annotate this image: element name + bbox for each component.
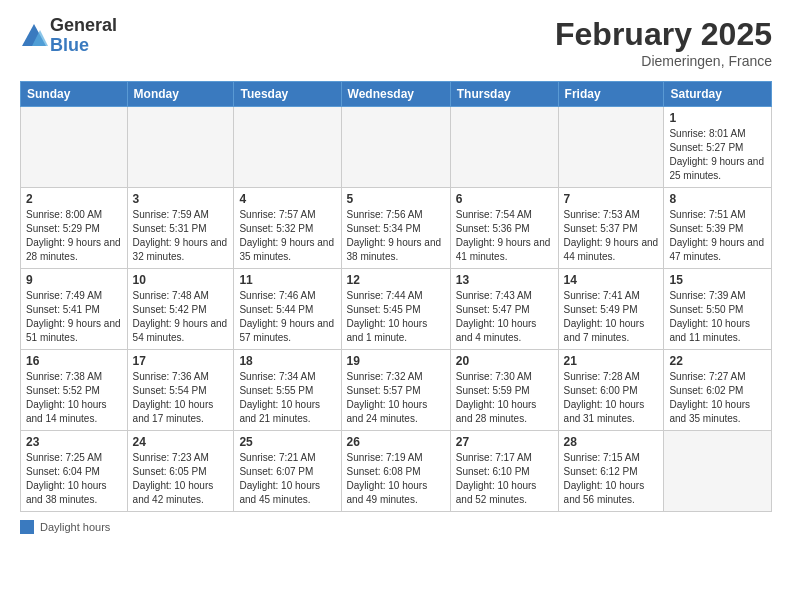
day-number: 7 — [564, 192, 659, 206]
header-thursday: Thursday — [450, 82, 558, 107]
day-info: Sunrise: 7:41 AM Sunset: 5:49 PM Dayligh… — [564, 289, 659, 345]
table-row: 2Sunrise: 8:00 AM Sunset: 5:29 PM Daylig… — [21, 188, 128, 269]
table-row: 17Sunrise: 7:36 AM Sunset: 5:54 PM Dayli… — [127, 350, 234, 431]
header-monday: Monday — [127, 82, 234, 107]
day-number: 27 — [456, 435, 553, 449]
day-number: 5 — [347, 192, 445, 206]
day-info: Sunrise: 7:15 AM Sunset: 6:12 PM Dayligh… — [564, 451, 659, 507]
day-info: Sunrise: 7:34 AM Sunset: 5:55 PM Dayligh… — [239, 370, 335, 426]
table-row: 13Sunrise: 7:43 AM Sunset: 5:47 PM Dayli… — [450, 269, 558, 350]
day-number: 26 — [347, 435, 445, 449]
table-row — [21, 107, 128, 188]
table-row — [558, 107, 664, 188]
calendar-week-row: 9Sunrise: 7:49 AM Sunset: 5:41 PM Daylig… — [21, 269, 772, 350]
table-row: 5Sunrise: 7:56 AM Sunset: 5:34 PM Daylig… — [341, 188, 450, 269]
table-row: 24Sunrise: 7:23 AM Sunset: 6:05 PM Dayli… — [127, 431, 234, 512]
day-number: 15 — [669, 273, 766, 287]
table-row: 15Sunrise: 7:39 AM Sunset: 5:50 PM Dayli… — [664, 269, 772, 350]
day-number: 1 — [669, 111, 766, 125]
day-number: 25 — [239, 435, 335, 449]
legend-color-box — [20, 520, 34, 534]
day-info: Sunrise: 7:44 AM Sunset: 5:45 PM Dayligh… — [347, 289, 445, 345]
day-number: 10 — [133, 273, 229, 287]
day-info: Sunrise: 7:43 AM Sunset: 5:47 PM Dayligh… — [456, 289, 553, 345]
day-number: 20 — [456, 354, 553, 368]
table-row: 18Sunrise: 7:34 AM Sunset: 5:55 PM Dayli… — [234, 350, 341, 431]
day-info: Sunrise: 7:30 AM Sunset: 5:59 PM Dayligh… — [456, 370, 553, 426]
table-row: 28Sunrise: 7:15 AM Sunset: 6:12 PM Dayli… — [558, 431, 664, 512]
day-number: 4 — [239, 192, 335, 206]
table-row — [341, 107, 450, 188]
calendar-week-row: 23Sunrise: 7:25 AM Sunset: 6:04 PM Dayli… — [21, 431, 772, 512]
table-row: 7Sunrise: 7:53 AM Sunset: 5:37 PM Daylig… — [558, 188, 664, 269]
header-saturday: Saturday — [664, 82, 772, 107]
table-row: 14Sunrise: 7:41 AM Sunset: 5:49 PM Dayli… — [558, 269, 664, 350]
header-sunday: Sunday — [21, 82, 128, 107]
day-number: 22 — [669, 354, 766, 368]
table-row: 20Sunrise: 7:30 AM Sunset: 5:59 PM Dayli… — [450, 350, 558, 431]
table-row: 1Sunrise: 8:01 AM Sunset: 5:27 PM Daylig… — [664, 107, 772, 188]
header-tuesday: Tuesday — [234, 82, 341, 107]
day-info: Sunrise: 7:32 AM Sunset: 5:57 PM Dayligh… — [347, 370, 445, 426]
day-info: Sunrise: 7:23 AM Sunset: 6:05 PM Dayligh… — [133, 451, 229, 507]
day-number: 28 — [564, 435, 659, 449]
day-info: Sunrise: 8:00 AM Sunset: 5:29 PM Dayligh… — [26, 208, 122, 264]
day-number: 17 — [133, 354, 229, 368]
day-number: 24 — [133, 435, 229, 449]
day-number: 16 — [26, 354, 122, 368]
day-info: Sunrise: 7:39 AM Sunset: 5:50 PM Dayligh… — [669, 289, 766, 345]
table-row: 16Sunrise: 7:38 AM Sunset: 5:52 PM Dayli… — [21, 350, 128, 431]
logo-blue-text: Blue — [50, 36, 117, 56]
day-number: 12 — [347, 273, 445, 287]
calendar-week-row: 2Sunrise: 8:00 AM Sunset: 5:29 PM Daylig… — [21, 188, 772, 269]
header-wednesday: Wednesday — [341, 82, 450, 107]
logo-general-text: General — [50, 16, 117, 36]
table-row: 10Sunrise: 7:48 AM Sunset: 5:42 PM Dayli… — [127, 269, 234, 350]
header: General Blue February 2025 Diemeringen, … — [20, 16, 772, 69]
legend-label: Daylight hours — [40, 521, 110, 533]
calendar-table: Sunday Monday Tuesday Wednesday Thursday… — [20, 81, 772, 512]
table-row — [450, 107, 558, 188]
page: General Blue February 2025 Diemeringen, … — [0, 0, 792, 612]
day-info: Sunrise: 7:21 AM Sunset: 6:07 PM Dayligh… — [239, 451, 335, 507]
day-info: Sunrise: 7:54 AM Sunset: 5:36 PM Dayligh… — [456, 208, 553, 264]
day-number: 2 — [26, 192, 122, 206]
day-info: Sunrise: 7:38 AM Sunset: 5:52 PM Dayligh… — [26, 370, 122, 426]
table-row: 25Sunrise: 7:21 AM Sunset: 6:07 PM Dayli… — [234, 431, 341, 512]
day-info: Sunrise: 7:57 AM Sunset: 5:32 PM Dayligh… — [239, 208, 335, 264]
day-info: Sunrise: 7:59 AM Sunset: 5:31 PM Dayligh… — [133, 208, 229, 264]
table-row — [127, 107, 234, 188]
table-row: 22Sunrise: 7:27 AM Sunset: 6:02 PM Dayli… — [664, 350, 772, 431]
calendar-header-row: Sunday Monday Tuesday Wednesday Thursday… — [21, 82, 772, 107]
table-row: 27Sunrise: 7:17 AM Sunset: 6:10 PM Dayli… — [450, 431, 558, 512]
table-row: 23Sunrise: 7:25 AM Sunset: 6:04 PM Dayli… — [21, 431, 128, 512]
calendar-title: February 2025 — [555, 16, 772, 53]
day-info: Sunrise: 7:48 AM Sunset: 5:42 PM Dayligh… — [133, 289, 229, 345]
day-info: Sunrise: 7:49 AM Sunset: 5:41 PM Dayligh… — [26, 289, 122, 345]
table-row: 26Sunrise: 7:19 AM Sunset: 6:08 PM Dayli… — [341, 431, 450, 512]
calendar-week-row: 1Sunrise: 8:01 AM Sunset: 5:27 PM Daylig… — [21, 107, 772, 188]
legend: Daylight hours — [20, 520, 772, 534]
table-row: 21Sunrise: 7:28 AM Sunset: 6:00 PM Dayli… — [558, 350, 664, 431]
table-row: 3Sunrise: 7:59 AM Sunset: 5:31 PM Daylig… — [127, 188, 234, 269]
day-number: 23 — [26, 435, 122, 449]
day-number: 9 — [26, 273, 122, 287]
table-row — [234, 107, 341, 188]
calendar-subtitle: Diemeringen, France — [555, 53, 772, 69]
day-number: 8 — [669, 192, 766, 206]
day-number: 6 — [456, 192, 553, 206]
header-friday: Friday — [558, 82, 664, 107]
day-number: 19 — [347, 354, 445, 368]
logo-icon — [20, 22, 48, 50]
table-row: 12Sunrise: 7:44 AM Sunset: 5:45 PM Dayli… — [341, 269, 450, 350]
table-row: 9Sunrise: 7:49 AM Sunset: 5:41 PM Daylig… — [21, 269, 128, 350]
day-info: Sunrise: 7:25 AM Sunset: 6:04 PM Dayligh… — [26, 451, 122, 507]
day-number: 14 — [564, 273, 659, 287]
day-info: Sunrise: 7:36 AM Sunset: 5:54 PM Dayligh… — [133, 370, 229, 426]
day-info: Sunrise: 8:01 AM Sunset: 5:27 PM Dayligh… — [669, 127, 766, 183]
logo: General Blue — [20, 16, 117, 56]
day-number: 11 — [239, 273, 335, 287]
day-info: Sunrise: 7:46 AM Sunset: 5:44 PM Dayligh… — [239, 289, 335, 345]
day-number: 3 — [133, 192, 229, 206]
logo-text: General Blue — [50, 16, 117, 56]
